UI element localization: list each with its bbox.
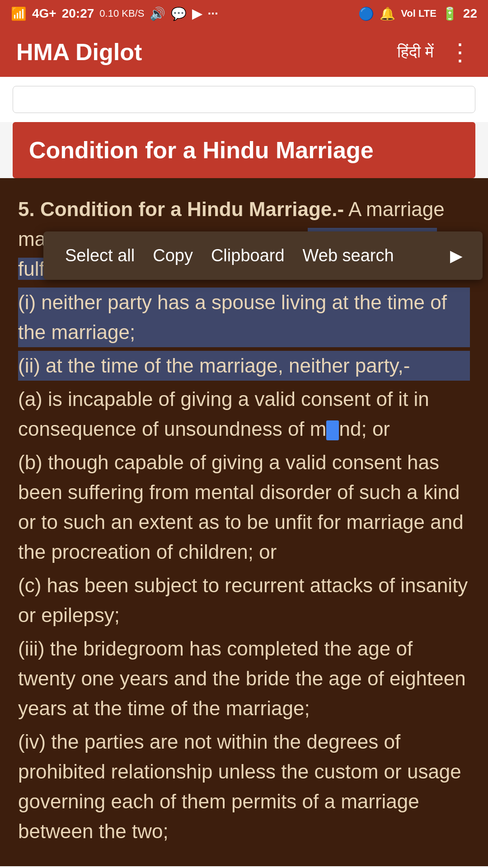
battery-level: 22 [463, 6, 477, 21]
article-item-b: (b) though capable of giving a valid con… [18, 448, 470, 567]
bluetooth-icon: 🔵 [358, 6, 374, 21]
article-item-i: (i) neither party has a spouse living at… [18, 288, 470, 347]
alarm-icon: 🔔 [380, 6, 395, 21]
article-item-ii: (ii) at the time of the marriage, neithe… [18, 351, 470, 381]
network-type: 4G+ [32, 6, 56, 21]
section-title: Condition for a Hindu Marriage [29, 137, 374, 163]
more-icon: ··· [207, 6, 218, 21]
search-input[interactable] [13, 86, 475, 113]
status-right: 🔵 🔔 Vol LTE 🔋 22 [358, 6, 477, 21]
section-header: Condition for a Hindu Marriage [13, 122, 475, 178]
hindi-toggle-button[interactable]: हिंदी में [397, 42, 434, 61]
battery-icon: 🔋 [442, 6, 458, 21]
sound-icon: 🔊 [150, 6, 165, 21]
article-item-a: (a) is incapable of giving a valid conse… [18, 384, 470, 444]
signal-icon: 📶 [11, 6, 27, 21]
clipboard-button[interactable]: Clipboard [202, 241, 294, 271]
vol-lte-icon: Vol LTE [401, 8, 436, 19]
app-title: HMA Diglot [16, 38, 142, 66]
text-cursor [326, 420, 339, 440]
youtube-icon: ▶ [192, 6, 202, 21]
time-display: 20:27 [62, 6, 94, 21]
status-left: 📶 4G+ 20:27 0.10 KB/S 🔊 💬 ▶ ··· [11, 6, 218, 21]
article-item-iv: (iv) the parties are not within the degr… [18, 727, 470, 846]
content-area[interactable]: Select all Copy Clipboard Web search ▶ 5… [0, 178, 488, 866]
article-item-c: (c) has been subject to recurrent attack… [18, 571, 470, 630]
select-all-button[interactable]: Select all [56, 241, 144, 271]
status-bar: 📶 4G+ 20:27 0.10 KB/S 🔊 💬 ▶ ··· 🔵 🔔 Vol … [0, 0, 488, 27]
app-bar-actions: हिंदी में ⋮ [397, 40, 472, 64]
messenger-icon: 💬 [171, 6, 187, 21]
article-item-iii: (iii) the bridegroom has completed the a… [18, 634, 470, 723]
overflow-menu-button[interactable]: ⋮ [448, 40, 472, 64]
copy-button[interactable]: Copy [144, 241, 202, 271]
article-heading: 5. Condition for a Hindu Marriage.- [18, 198, 344, 220]
speed-display: 0.10 KB/S [99, 8, 144, 19]
app-bar: HMA Diglot हिंदी में ⋮ [0, 27, 488, 77]
context-menu: Select all Copy Clipboard Web search ▶ [43, 231, 483, 280]
web-search-button[interactable]: Web search [294, 241, 403, 271]
play-button[interactable]: ▶ [443, 241, 470, 271]
search-bar-container [0, 77, 488, 122]
